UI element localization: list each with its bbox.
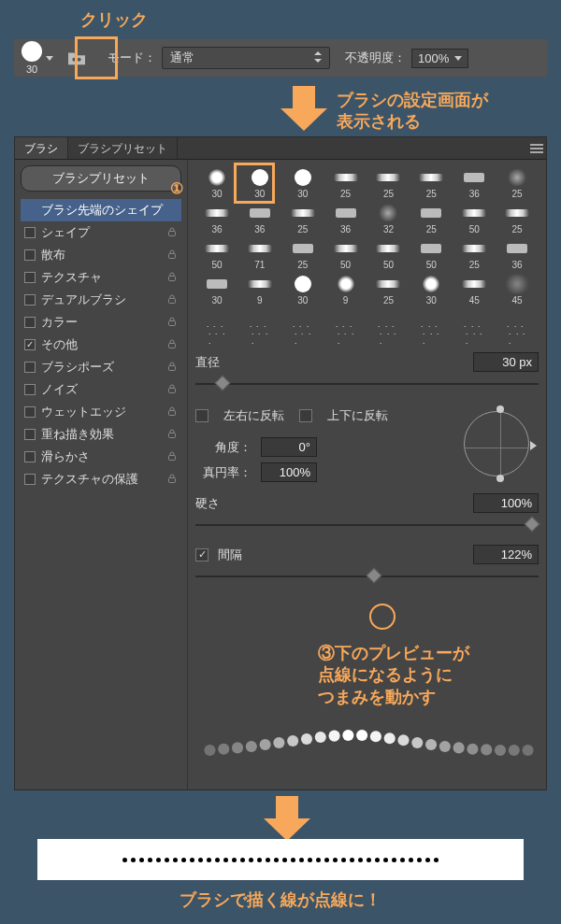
brush-thumbnail[interactable] [238,307,281,343]
brush-thumbnail[interactable]: 71 [238,236,281,272]
brush-thumbnail[interactable]: 36 [238,201,281,236]
diameter-field[interactable]: 30 px [473,352,539,372]
svg-point-16 [218,744,229,755]
sidebar-item[interactable]: ノイズ [21,378,181,401]
checkbox[interactable] [24,272,36,283]
brush-preset-button[interactable]: ブラシプリセット [21,165,181,192]
sidebar-item[interactable]: 重ね描き効果 [21,423,181,446]
tab-brush[interactable]: ブラシ [15,137,68,159]
brush-thumbnail[interactable]: 25 [367,272,410,307]
sidebar-item[interactable]: ✓その他 [21,334,181,356]
brush-thumbnail[interactable] [195,307,238,343]
brush-thumbnail[interactable]: 50 [367,236,410,272]
brush-thumbnail[interactable]: 36 [324,201,367,236]
sidebar-item[interactable]: ブラシポーズ [21,356,181,378]
brush-thumbnail[interactable] [281,307,324,343]
dot-icon [223,858,228,862]
brush-thumbnail[interactable] [324,307,367,343]
spacing-field[interactable]: 122% [473,545,539,564]
sidebar-item-label: 散布 [41,247,65,263]
brush-thumb-icon [290,320,316,341]
brush-thumbnail[interactable]: 30 [410,272,453,307]
brush-thumb-icon [333,203,359,223]
brush-thumbnail[interactable] [496,307,539,343]
brush-thumbnail[interactable]: 50 [324,236,367,272]
result-preview [37,839,524,880]
checkbox[interactable] [24,317,36,328]
brush-thumbnail[interactable] [367,307,410,343]
brush-thumb-icon [375,320,401,341]
spacing-checkbox[interactable]: ✓ [195,548,209,562]
brush-thumbnail[interactable]: 30 [281,165,324,201]
brush-thumbnail[interactable]: 30 [281,272,324,307]
brush-thumbnail[interactable]: 45 [453,272,496,307]
opacity-field[interactable]: 100% [411,49,468,68]
brush-thumbnail[interactable]: 25 [453,236,496,272]
brush-thumbnail[interactable]: 25 [281,201,324,236]
sidebar-item[interactable]: カラー [21,311,181,334]
sidebar-item[interactable]: シェイプ [21,221,181,244]
blend-mode-select[interactable]: 通常 [162,47,330,69]
brush-thumbnail[interactable]: 30 [195,272,238,307]
sidebar-item[interactable]: 滑らかさ [21,446,181,468]
checkbox[interactable] [24,384,36,395]
brush-thumbnail[interactable]: 25 [367,165,410,201]
checkbox[interactable] [24,249,36,261]
checkbox[interactable] [24,362,36,373]
brush-size-label: 30 [26,64,37,75]
brush-thumbnail[interactable]: 25 [324,165,367,201]
svg-point-20 [273,737,284,748]
diameter-slider[interactable] [195,377,539,391]
dot-icon [232,858,237,862]
sidebar-item[interactable]: テクスチャ [21,266,181,289]
brush-thumbnail[interactable] [410,307,453,343]
brush-thumbnail[interactable]: 50 [410,236,453,272]
brush-thumbnail[interactable]: 25 [496,201,539,236]
badge-1: ① [170,179,183,199]
sidebar-item[interactable]: デュアルブラシ [21,289,181,311]
sidebar-item[interactable]: 散布 [21,244,181,266]
brush-thumbnail[interactable]: 50 [453,201,496,236]
lock-icon [166,383,178,397]
brush-thumbnail[interactable]: 32 [367,201,410,236]
sidebar-item[interactable]: ウェットエッジ [21,401,181,423]
brush-thumbnail[interactable]: 36 [496,236,539,272]
brush-thumbnail[interactable]: 36 [453,165,496,201]
flip-y-checkbox[interactable] [299,409,312,422]
brush-thumbnail[interactable]: 30 [195,165,238,201]
checkbox[interactable] [24,227,36,238]
sidebar-item[interactable]: ブラシ先端のシェイプ [21,199,181,221]
brush-thumbnail[interactable]: 25 [410,165,453,201]
hardness-slider[interactable] [195,519,539,532]
checkbox[interactable] [24,474,36,485]
lock-icon [166,316,178,330]
brush-thumbnail[interactable]: 25 [410,201,453,236]
flip-x-checkbox[interactable] [195,409,209,422]
brush-thumbnail[interactable]: 9 [324,272,367,307]
angle-control[interactable] [454,402,539,486]
brush-thumbnail[interactable] [453,307,496,343]
tab-brush-preset[interactable]: ブラシプリセット [68,137,178,159]
checkbox[interactable]: ✓ [24,339,36,350]
roundness-field[interactable]: 100% [261,462,317,482]
sidebar-item[interactable]: テクスチャの保護 [21,468,181,490]
brush-thumbnail[interactable]: 50 [195,236,238,272]
angle-field[interactable]: 0° [261,437,317,457]
hardness-field[interactable]: 100% [473,493,539,513]
sidebar-item-label: 滑らかさ [41,448,90,465]
brush-thumbnail[interactable]: 45 [496,272,539,307]
checkbox[interactable] [24,406,36,418]
checkbox[interactable] [24,294,36,306]
brush-thumb-icon [290,167,316,188]
spacing-slider[interactable] [195,570,539,583]
brush-dot-icon [22,41,42,62]
brush-thumbnail[interactable]: 36 [195,201,238,236]
checkbox[interactable] [24,429,36,440]
sidebar-item-label: シェイプ [41,224,90,241]
checkbox[interactable] [24,451,36,462]
brush-thumbnail[interactable]: 25 [496,165,539,201]
brush-swatch-dropdown[interactable]: 30 [22,41,53,75]
brush-thumbnail[interactable]: 25 [281,236,324,272]
brush-thumbnail[interactable]: 9 [238,272,281,307]
panel-menu-button[interactable] [527,137,546,159]
